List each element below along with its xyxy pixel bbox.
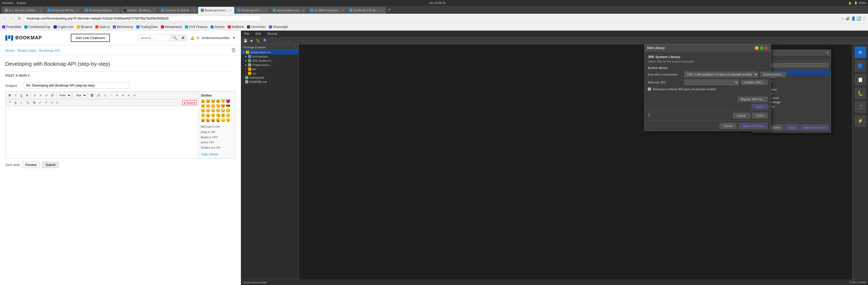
dialog-cancel-bottom-button[interactable]: Cancel bbox=[719, 123, 737, 129]
editor-body[interactable] bbox=[5, 106, 198, 153]
submit-button[interactable]: Submit bbox=[42, 162, 59, 168]
filter-apply-button[interactable]: Apply bbox=[785, 124, 799, 130]
tab-bookmap-api2[interactable]: Bookmap API -... ✕ bbox=[235, 7, 270, 14]
join-chat-button[interactable]: Join Live Chatroom bbox=[71, 34, 110, 42]
sidebar-icon-git[interactable]: 🔵 bbox=[855, 60, 866, 72]
dialog-cancel-button[interactable]: Cancel bbox=[733, 113, 750, 118]
list-button[interactable]: ≡ bbox=[126, 93, 131, 98]
smiley-1[interactable]: 😀 bbox=[201, 99, 205, 103]
emoji-button[interactable]: ☺ bbox=[102, 93, 108, 98]
user-label[interactable]: birdienumnum68cr bbox=[202, 36, 230, 40]
dialog-help-icon[interactable]: ? bbox=[648, 113, 650, 118]
underline-button[interactable]: U bbox=[19, 93, 24, 98]
smiley-22[interactable]: 😘 bbox=[216, 113, 220, 117]
smiley-5[interactable]: 😇 bbox=[221, 99, 225, 103]
next-button[interactable]: ▷ bbox=[55, 100, 60, 105]
activities-label[interactable]: Activities bbox=[2, 1, 13, 4]
tab-bookmap-api-close[interactable]: ✕ bbox=[77, 9, 79, 12]
filter-close-icon[interactable]: ✕ bbox=[826, 51, 829, 55]
smiley-20[interactable]: 😖 bbox=[206, 113, 210, 117]
table-button[interactable]: ⊞ bbox=[31, 100, 37, 105]
smiley-21[interactable]: 😗 bbox=[211, 113, 215, 117]
smiley-27[interactable]: 😝 bbox=[211, 118, 215, 122]
bookmark-netbank[interactable]: NetBank bbox=[228, 25, 244, 29]
smiley-6[interactable]: 😈 bbox=[226, 99, 230, 103]
ordered-list-button[interactable]: ≡ bbox=[132, 93, 137, 98]
smiley-9[interactable]: 😋 bbox=[211, 104, 215, 108]
package-explorer-menu-icon[interactable]: ⋮ bbox=[294, 45, 297, 49]
smiley-16[interactable]: 😒 bbox=[216, 108, 220, 113]
search-advanced-button[interactable]: ⚙ bbox=[179, 35, 187, 41]
expand-button[interactable]: ⤢ bbox=[37, 100, 42, 105]
tree-item-simple-demo[interactable]: ▶ simple-demo-m... bbox=[241, 50, 299, 55]
sidebar-icon-properties[interactable]: ⊞ bbox=[855, 46, 866, 58]
smiley-4[interactable]: 😆 bbox=[216, 99, 220, 103]
preview-button[interactable]: Preview bbox=[22, 162, 40, 168]
topic-review-link[interactable]: Topic review bbox=[201, 152, 233, 156]
eclipse-run-btn[interactable]: ▶ bbox=[250, 38, 254, 43]
eclipse-search-btn[interactable]: 🔍 bbox=[262, 38, 268, 43]
tab-addons-close[interactable]: ✕ bbox=[116, 9, 118, 12]
bookmark-crypto[interactable]: Crypto.com bbox=[54, 25, 74, 29]
tab-connect-close[interactable]: ✕ bbox=[193, 9, 195, 12]
search-input[interactable] bbox=[139, 35, 170, 41]
tab-github-close[interactable]: ✕ bbox=[153, 9, 155, 12]
align-right-button[interactable]: ≡ bbox=[44, 93, 49, 98]
smiley-26[interactable]: 😜 bbox=[206, 118, 210, 122]
smiley-7[interactable]: 😉 bbox=[201, 104, 205, 108]
menu-source[interactable]: Source bbox=[266, 31, 278, 36]
eclipse-debug-btn[interactable]: 🐛 bbox=[255, 38, 261, 43]
more-button[interactable]: ⋯ bbox=[108, 93, 114, 98]
tab-email-close[interactable]: ✕ bbox=[40, 9, 42, 12]
prev-button[interactable]: ◁ bbox=[49, 100, 54, 105]
sidebar-icon-music[interactable]: 🎵 bbox=[855, 101, 866, 113]
font-selector[interactable]: Font bbox=[57, 93, 71, 98]
tab-route2-close[interactable]: ✕ bbox=[381, 9, 383, 12]
sidebar-icon-tasks[interactable]: 📋 bbox=[855, 74, 866, 85]
tree-item-src-folder[interactable]: ▷ src bbox=[241, 71, 299, 75]
tab-bookmap-addons[interactable]: Bookmap Addons... ✕ bbox=[82, 7, 120, 14]
breadcrumb-board-index[interactable]: Board index bbox=[18, 48, 36, 52]
eclipse-label[interactable]: Eclipse bbox=[17, 1, 26, 4]
align-center-button[interactable]: ≡ bbox=[38, 93, 43, 98]
smiley-23[interactable]: 🤗 bbox=[221, 113, 225, 117]
sidebar-icon-power[interactable]: ⚡ bbox=[855, 115, 866, 127]
smiley-14[interactable]: 😐 bbox=[206, 108, 210, 113]
smiley-18[interactable]: 😔 bbox=[226, 108, 230, 113]
installed-jres-button[interactable]: Installed JREs... bbox=[741, 80, 768, 85]
tree-item-bin[interactable]: ▷ bin bbox=[241, 67, 299, 71]
tab-bookmap-forum[interactable]: Bookmap forum:... ✕ bbox=[198, 7, 235, 14]
settings-icon[interactable]: ⋮ bbox=[862, 16, 866, 21]
smiley-25[interactable]: 😛 bbox=[201, 118, 205, 122]
bookmark-anchor[interactable]: Anchor bbox=[211, 25, 224, 29]
menu-edit[interactable]: Edit bbox=[254, 31, 262, 36]
tree-item-src[interactable]: ▶ src/main/jav... bbox=[241, 55, 299, 59]
bookmark-protonmail[interactable]: ProtonMail bbox=[2, 25, 21, 29]
smiley-12[interactable]: 😎 bbox=[226, 104, 230, 108]
environments-button[interactable]: Environments... bbox=[760, 72, 786, 77]
insert-image-button[interactable]: 🖼 bbox=[89, 93, 95, 98]
bookmark-commsec[interactable]: CommSec bbox=[247, 25, 266, 29]
notifications-icon[interactable]: 🔔 bbox=[190, 36, 194, 40]
search-button[interactable]: 🔍 bbox=[170, 35, 179, 41]
smiley-28[interactable]: 🤑 bbox=[216, 118, 220, 122]
bookmark-gateio[interactable]: Gate.io bbox=[95, 25, 110, 29]
forward-button[interactable]: → bbox=[9, 16, 15, 21]
smiley-30[interactable]: 😟 bbox=[226, 118, 230, 122]
more2-button[interactable]: ↗ bbox=[43, 100, 48, 105]
smiley-15[interactable]: 😑 bbox=[211, 108, 215, 113]
smiley-2[interactable]: 😂 bbox=[206, 99, 210, 103]
breadcrumb-home[interactable]: Home bbox=[5, 48, 14, 52]
redo-button[interactable]: ↪ bbox=[120, 93, 125, 98]
code-button[interactable]: [] bbox=[13, 100, 18, 105]
tree-item-readme[interactable]: README.md bbox=[241, 80, 299, 84]
bookmark-wonderland[interactable]: Wonderland bbox=[161, 25, 182, 29]
bookmark-bituniverse[interactable]: BitUniverse bbox=[113, 25, 133, 29]
workspace-jre-radio[interactable] bbox=[648, 87, 651, 91]
dialog-close-button[interactable]: ✕ bbox=[765, 46, 768, 50]
migrate-jar-button[interactable]: Migrate JAR File... bbox=[738, 97, 768, 102]
tab-forum-close[interactable]: ✕ bbox=[229, 9, 232, 12]
tab-mim[interactable]: (1) MIM Replenish... ✕ bbox=[307, 7, 346, 14]
hamburger-icon[interactable]: ☰ bbox=[231, 47, 236, 53]
smiley-3[interactable]: 😅 bbox=[211, 99, 215, 103]
